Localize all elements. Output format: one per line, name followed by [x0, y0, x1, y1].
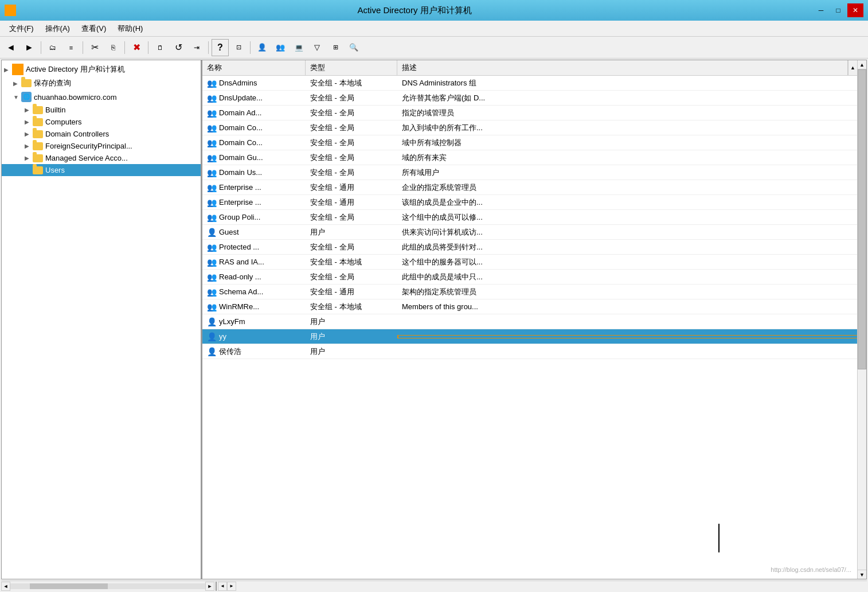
details-button[interactable]: ≡: [62, 39, 80, 56]
delete-button[interactable]: ✖: [128, 39, 145, 56]
tree-item-computers[interactable]: ▶ Computers: [2, 116, 201, 128]
desc-cell: DNS Administrators 组: [397, 76, 857, 90]
back-button[interactable]: ◄: [2, 39, 19, 56]
list-row[interactable]: 👥 Group Poli... 安全组 - 全局 这个组中的成员可以修...: [202, 210, 857, 225]
expand-arrow: ▶: [25, 119, 33, 125]
cut-button[interactable]: ✂: [86, 39, 103, 56]
name-cell: 👤 yy: [202, 330, 306, 343]
scroll-up[interactable]: ▲: [858, 60, 866, 69]
list-row-houchuanhao[interactable]: 👤 侯传浩 用户: [202, 344, 857, 359]
list-row[interactable]: 👥 Protected ... 安全组 - 全局 此组的成员将受到针对...: [202, 240, 857, 255]
desc-cell: 该组的成员是企业中的...: [397, 196, 857, 209]
tree-item-domain-controllers[interactable]: ▶ Domain Controllers: [2, 128, 201, 140]
tree-root[interactable]: ▶ Active Directory 用户和计算机: [2, 63, 201, 76]
hscroll-left[interactable]: ◄: [1, 582, 10, 591]
list-row[interactable]: 👥 DnsAdmins 安全组 - 本地域 DNS Administrators…: [202, 76, 857, 91]
list-row[interactable]: 👥 Domain Co... 安全组 - 全局 域中所有域控制器: [202, 135, 857, 150]
view-button[interactable]: ⊡: [230, 39, 247, 56]
desc-cell: 域的所有来宾: [397, 151, 857, 165]
folder-icon: [33, 106, 43, 114]
name-cell: 👥 Group Poli...: [202, 211, 306, 224]
new-group-button[interactable]: 👥: [272, 39, 289, 56]
tree-label: Domain Controllers: [45, 130, 109, 138]
scroll-thumb[interactable]: [858, 69, 866, 369]
list-row[interactable]: 👥 Domain Gu... 安全组 - 全局 域的所有来宾: [202, 150, 857, 165]
close-button[interactable]: ✕: [847, 3, 863, 17]
type-cell: 用户: [306, 225, 397, 239]
list-row[interactable]: 👥 Read-only ... 安全组 - 全局 此组中的成员是域中只...: [202, 270, 857, 285]
menu-action[interactable]: 操作(A): [41, 22, 75, 36]
hscroll-expand[interactable]: ◄: [218, 582, 227, 591]
type-cell: 用户: [306, 330, 397, 344]
col-header-desc[interactable]: 描述: [397, 60, 848, 75]
tree-item-saved-queries[interactable]: ▶ 保存的查询: [2, 76, 201, 90]
scrollbar[interactable]: ▲ ▼: [857, 60, 866, 579]
list-pane: 名称 类型 描述 ▲ 👥 DnsAdmins 安全组 - 本地域 DNS Adm…: [202, 60, 857, 579]
desc-cell: 域中所有域控制器: [397, 136, 857, 150]
col-header-name[interactable]: 名称: [202, 60, 306, 75]
list-row[interactable]: 👥 DnsUpdate... 安全组 - 全局 允许替其他客户端(如 D...: [202, 91, 857, 106]
scroll-track: [858, 69, 866, 570]
filter-button[interactable]: ▽: [308, 39, 326, 56]
restore-button[interactable]: □: [830, 3, 846, 17]
object-button[interactable]: ⊞: [327, 39, 344, 56]
new-user-button[interactable]: 👤: [253, 39, 271, 56]
list-row[interactable]: 👥 Domain Co... 安全组 - 全局 加入到域中的所有工作...: [202, 120, 857, 135]
desc-cell: 此组的成员将受到针对...: [397, 240, 857, 254]
show-tree-button[interactable]: 🗂: [44, 39, 61, 56]
desc-cell: 加入到域中的所有工作...: [397, 121, 857, 135]
find-button[interactable]: 🔍: [345, 39, 362, 56]
col-header-type[interactable]: 类型: [306, 60, 397, 75]
forward-button[interactable]: ►: [21, 39, 38, 56]
group-icon: 👥: [207, 138, 217, 147]
tree-label: 保存的查询: [34, 78, 71, 88]
desc-cell: 所有域用户: [397, 166, 857, 180]
list-row[interactable]: 👥 Enterprise ... 安全组 - 通用 企业的指定系统管理员: [202, 180, 857, 195]
copy-button[interactable]: ⎘: [104, 39, 122, 56]
hscroll-sep: [216, 582, 217, 591]
refresh-button[interactable]: ↺: [170, 39, 187, 56]
scroll-up-btn[interactable]: ▲: [848, 60, 857, 75]
menu-help[interactable]: 帮助(H): [113, 22, 147, 36]
menu-file[interactable]: 文件(F): [5, 22, 38, 36]
tree-item-domain[interactable]: ▼ 🌐 chuanhao.bowmicro.com: [2, 90, 201, 104]
group-icon: 👥: [207, 183, 217, 192]
list-row[interactable]: 👤 yLxyFm 用户: [202, 314, 857, 329]
scroll-down[interactable]: ▼: [858, 570, 866, 579]
help-button[interactable]: ?: [212, 39, 229, 56]
new-computer-button[interactable]: 💻: [290, 39, 307, 56]
type-cell: 安全组 - 全局: [306, 211, 397, 224]
minimize-button[interactable]: ─: [813, 3, 829, 17]
menu-view[interactable]: 查看(V): [77, 22, 111, 36]
type-cell: 安全组 - 全局: [306, 240, 397, 254]
list-row[interactable]: 👥 RAS and IA... 安全组 - 本地域 这个组中的服务器可以...: [202, 255, 857, 270]
type-cell: 安全组 - 本地域: [306, 300, 397, 314]
name-cell: 👥 Domain Us...: [202, 166, 306, 179]
horizontal-scrollbar: ◄ ► ◄ ►: [1, 581, 867, 591]
desc-cell: [397, 350, 857, 353]
list-row[interactable]: 👥 Domain Us... 安全组 - 全局 所有域用户: [202, 165, 857, 180]
list-row[interactable]: 👥 WinRMRe... 安全组 - 本地域 Members of this g…: [202, 299, 857, 314]
tree-item-users[interactable]: Users: [2, 164, 201, 176]
export-button[interactable]: ⇥: [188, 39, 205, 56]
tree-item-foreign-security[interactable]: ▶ ForeignSecurityPrincipal...: [2, 140, 201, 152]
name-cell: 👥 DnsUpdate...: [202, 92, 306, 104]
hscroll-thumb[interactable]: [30, 583, 108, 589]
watermark: http://blog.csdn.net/sela07/...: [771, 566, 851, 573]
folder-icon: [33, 166, 43, 174]
list-row[interactable]: 👥 Schema Ad... 安全组 - 通用 架构的指定系统管理员: [202, 285, 857, 299]
tree-item-managed-service[interactable]: ▶ Managed Service Acco...: [2, 152, 201, 164]
tree-item-builtin[interactable]: ▶ Builtin: [2, 104, 201, 116]
list-row-selected[interactable]: 👤 yy 用户: [202, 329, 857, 344]
desc-cell: [397, 335, 857, 338]
type-cell: 安全组 - 全局: [306, 121, 397, 135]
name-cell: 👥 Domain Gu...: [202, 151, 306, 164]
hscroll-right[interactable]: ►: [205, 582, 214, 591]
list-row[interactable]: 👤 Guest 用户 供来宾访问计算机或访...: [202, 225, 857, 240]
group-icon: 👥: [207, 243, 217, 252]
group-icon: 👥: [207, 94, 217, 103]
properties-button[interactable]: 🗒: [151, 39, 169, 56]
hscroll-expand2[interactable]: ►: [227, 582, 236, 591]
list-row[interactable]: 👥 Enterprise ... 安全组 - 通用 该组的成员是企业中的...: [202, 195, 857, 210]
list-row[interactable]: 👥 Domain Ad... 安全组 - 全局 指定的域管理员: [202, 106, 857, 120]
